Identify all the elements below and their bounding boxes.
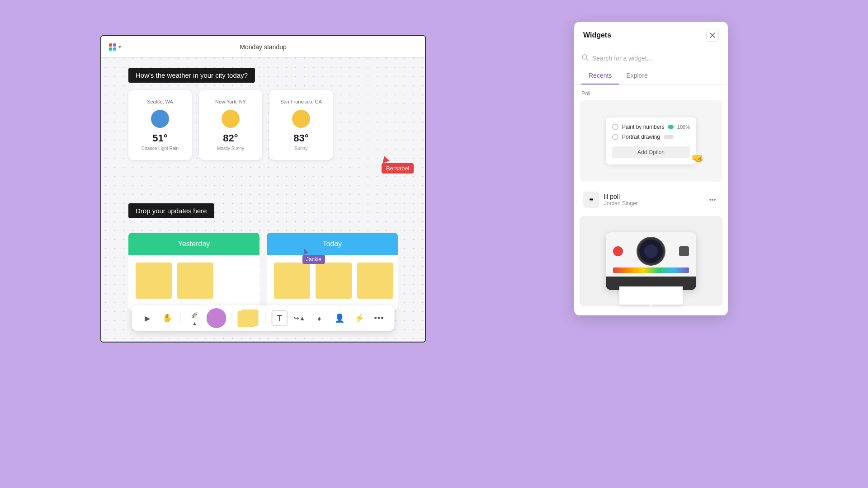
poll-percent: 100% <box>677 124 690 130</box>
canvas-header: ▾ Monday standup <box>101 36 425 58</box>
poll-radio <box>612 134 618 140</box>
weather-description: Mostly Sunny <box>208 146 253 151</box>
search-icon <box>581 54 589 62</box>
column-header-yesterday: Yesterday <box>128 233 259 255</box>
widget-search-input[interactable] <box>592 55 721 62</box>
svg-rect-0 <box>109 43 112 47</box>
widgets-search-bar <box>574 49 728 67</box>
column-body-today <box>267 255 398 310</box>
weather-card-nyc: New York, NY 82° Mostly Sunny <box>199 90 262 160</box>
svg-rect-1 <box>113 43 116 47</box>
pencil-icon: ✏ <box>188 309 201 322</box>
pencil-tool-button[interactable]: ✏ ▲ <box>187 310 203 326</box>
weather-cards: Seattle, WA 51° Chance Light Rain New Yo… <box>128 90 398 160</box>
svg-rect-2 <box>109 47 112 51</box>
city-name: New York, NY <box>208 99 253 104</box>
widget-list-icon: ≡ <box>583 192 599 208</box>
svg-rect-3 <box>113 47 116 51</box>
text-tool-button[interactable]: T <box>272 310 288 326</box>
widgets-title: Widgets <box>583 31 611 39</box>
cursor-arrow-icon <box>381 155 390 164</box>
weather-icon-yellow <box>292 110 310 128</box>
updates-label: Drop your updates here <box>128 203 214 218</box>
dropdown-icon[interactable]: ▾ <box>118 44 121 50</box>
yesterday-column: Yesterday <box>128 233 259 310</box>
widgets-panel: Widgets Recents Explore <box>574 22 728 315</box>
temperature: 82° <box>208 132 253 144</box>
tab-explore[interactable]: Explore <box>619 67 655 84</box>
weather-description: Sunny <box>278 146 324 151</box>
camera-body <box>606 232 696 290</box>
widget-tool-button[interactable]: ⚡ <box>351 310 368 326</box>
widget-name: lil poll <box>604 193 702 200</box>
widgets-body: Poll Paint by numbers 100% <box>574 85 728 315</box>
camera-red-dot <box>613 246 623 256</box>
bottom-toolbar: ▶ ✋ ✏ ▲ T ↪▲ <box>132 305 395 331</box>
temperature: 83° <box>278 132 324 144</box>
widget-category: Poll <box>580 90 722 97</box>
poll-radio <box>612 124 618 130</box>
widget-list-item-lil-poll[interactable]: ≡ lil poll Jordan Singer ••• <box>580 187 722 212</box>
canvas-area: ▾ Monday standup How's the weather in yo… <box>100 35 426 343</box>
widgets-close-button[interactable] <box>706 29 719 42</box>
poll-option-1: Paint by numbers 100% <box>612 124 690 130</box>
camera-preview-area <box>580 216 722 306</box>
weather-question: How's the weather in your city today? <box>128 68 255 83</box>
updates-grid: Yesterday Today <box>128 233 398 310</box>
toolbar-divider <box>181 313 181 324</box>
polaroid-camera <box>606 232 696 290</box>
toolbar-divider <box>266 313 266 324</box>
city-name: San Francisco, CA <box>278 99 324 104</box>
add-option-button[interactable]: Add Option <box>612 146 690 158</box>
sticky-note <box>357 263 393 299</box>
camera-flash <box>679 246 689 256</box>
cursor-name: Jackie <box>302 255 325 264</box>
select-tool-button[interactable]: ▶ <box>139 310 156 326</box>
weather-description: Chance Light Rain <box>137 146 183 151</box>
poll-card: Paint by numbers 100% Portrait drawing <box>606 117 696 164</box>
app-logo[interactable]: ▾ <box>108 43 121 51</box>
option-label: Paint by numbers <box>622 124 664 130</box>
updates-section: Drop your updates here Yesterday Today <box>128 203 398 310</box>
stamp-tool-button[interactable]: ⬧ <box>311 310 328 326</box>
hand-tool-button[interactable]: ✋ <box>159 310 175 326</box>
tab-recents[interactable]: Recents <box>581 67 619 84</box>
widget-more-button[interactable]: ••• <box>706 193 719 206</box>
cursor-jackie: Jackie <box>302 249 325 264</box>
weather-section: How's the weather in your city today? Se… <box>128 68 398 160</box>
city-name: Seattle, WA <box>137 99 183 104</box>
sticky-note <box>316 263 352 299</box>
sticky-note-front <box>241 310 259 326</box>
tooltip-arrow-icon <box>646 299 656 307</box>
shape-preview <box>207 308 226 328</box>
canvas-title: Monday standup <box>240 43 287 51</box>
circle-shape <box>207 308 226 328</box>
svg-line-5 <box>586 59 588 61</box>
camera-lens-inner <box>644 244 658 258</box>
poll-bar <box>668 125 673 129</box>
chevron-up-icon: ▲ <box>192 320 198 327</box>
widget-author: Jordan Singer <box>604 200 702 206</box>
poll-bar <box>664 135 674 139</box>
sticky-note <box>177 263 213 299</box>
avatar-tool-button[interactable]: 👤 <box>331 310 348 326</box>
column-body-yesterday <box>128 255 259 310</box>
poll-option-2: Portrait drawing <box>612 134 690 140</box>
connector-tool-button[interactable]: ↪▲ <box>292 310 308 326</box>
option-label: Portrait drawing <box>622 134 660 140</box>
camera-lens-area <box>627 239 675 263</box>
cursor-hand-icon: 🤜 <box>691 153 703 164</box>
cursor-name: Bersabel <box>382 163 414 174</box>
widgets-header: Widgets <box>574 22 728 49</box>
cursor-arrow-icon <box>302 248 308 254</box>
more-button[interactable]: ••• <box>371 310 387 326</box>
camera-rainbow-stripe <box>613 267 689 273</box>
close-icon <box>709 32 716 38</box>
widget-info: lil poll Jordan Singer <box>604 193 702 206</box>
figma-icon <box>108 43 117 51</box>
camera-lens <box>639 239 663 263</box>
weather-icon-blue <box>151 110 169 128</box>
poll-preview-area: Paint by numbers 100% Portrait drawing <box>580 100 722 182</box>
weather-icon-yellow <box>222 110 240 128</box>
poll-bar-fill <box>668 125 673 129</box>
